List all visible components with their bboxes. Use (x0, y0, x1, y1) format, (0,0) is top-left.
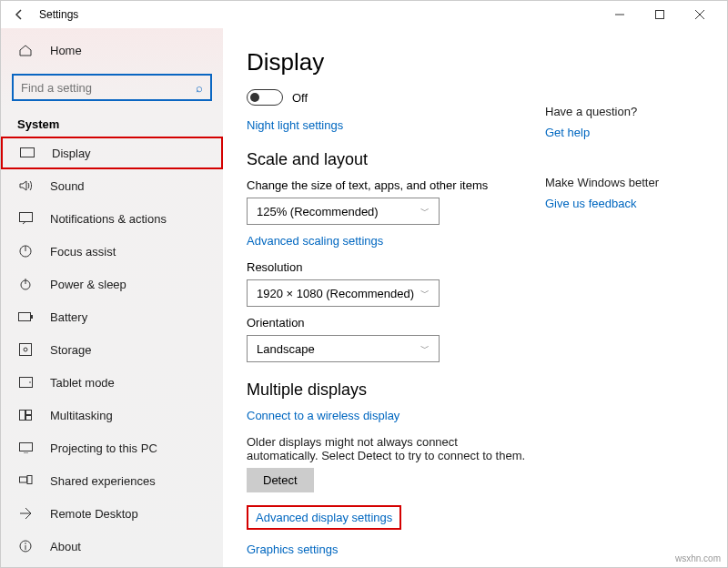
tablet-icon (17, 377, 34, 388)
shared-icon (17, 475, 34, 486)
watermark: wsxhn.com (675, 553, 721, 563)
svg-rect-3 (19, 213, 32, 222)
chevron-down-icon: ﹀ (420, 342, 430, 355)
remote-icon (17, 507, 34, 520)
older-displays-text: Older displays might not always connect … (247, 435, 527, 462)
resolution-value: 1920 × 1080 (Recommended) (257, 287, 414, 300)
sidebar-item-sound[interactable]: Sound (1, 169, 223, 202)
orientation-value: Landscape (257, 342, 315, 356)
svg-point-11 (29, 381, 31, 383)
sidebar-item-power[interactable]: Power & sleep (1, 268, 223, 300)
window-title: Settings (39, 8, 78, 21)
resolution-select[interactable]: 1920 × 1080 (Recommended) ﹀ (247, 279, 440, 307)
scale-heading: Scale and layout (247, 150, 527, 169)
svg-rect-15 (19, 443, 32, 451)
sidebar-item-label: Home (50, 44, 82, 57)
night-light-toggle[interactable]: Off (247, 89, 527, 106)
svg-rect-17 (27, 476, 32, 484)
night-light-settings-link[interactable]: Night light settings (247, 118, 343, 132)
wireless-display-link[interactable]: Connect to a wireless display (247, 409, 399, 422)
chevron-down-icon: ﹀ (420, 287, 430, 299)
maximize-button[interactable] (640, 1, 680, 28)
svg-rect-2 (21, 148, 35, 157)
projecting-icon (17, 442, 34, 453)
orientation-label: Orientation (247, 316, 527, 330)
orientation-select[interactable]: Landscape ﹀ (247, 335, 440, 362)
sidebar-item-about[interactable]: About (1, 530, 223, 563)
multitask-icon (17, 410, 34, 421)
about-icon (17, 540, 34, 553)
svg-rect-16 (19, 477, 26, 482)
sidebar-item-label: About (50, 540, 81, 553)
battery-icon (17, 312, 34, 321)
sidebar-item-label: Notifications & actions (50, 212, 167, 226)
graphics-settings-link[interactable]: Graphics settings (247, 543, 338, 556)
advanced-scaling-link[interactable]: Advanced scaling settings (247, 234, 383, 248)
notifications-icon (17, 212, 34, 225)
close-button[interactable] (680, 1, 720, 28)
sidebar-item-label: Battery (50, 310, 87, 324)
svg-rect-12 (20, 411, 25, 421)
display-icon (19, 147, 35, 158)
search-icon: ⌕ (196, 81, 203, 95)
home-icon (17, 43, 34, 57)
scale-select[interactable]: 125% (Recommended) ﹀ (247, 198, 440, 225)
sidebar-item-projecting[interactable]: Projecting to this PC (1, 431, 223, 464)
toggle-pill (247, 89, 283, 106)
sidebar-item-label: Shared experiences (50, 474, 156, 488)
toggle-state: Off (292, 91, 308, 105)
back-button[interactable] (8, 8, 30, 21)
power-icon (17, 278, 34, 290)
detect-button[interactable]: Detect (247, 468, 314, 492)
chevron-down-icon: ﹀ (420, 205, 430, 218)
sidebar-item-label: Projecting to this PC (50, 441, 157, 455)
page-title: Display (247, 48, 527, 76)
svg-rect-8 (20, 344, 32, 356)
titlebar: Settings (1, 1, 727, 28)
storage-icon (17, 343, 34, 356)
svg-rect-13 (26, 411, 32, 415)
sidebar-item-label: Display (52, 147, 91, 160)
search-input[interactable]: ⌕ (12, 74, 212, 101)
sidebar-item-battery[interactable]: Battery (1, 300, 223, 333)
svg-rect-6 (19, 313, 31, 321)
sidebar-item-label: Multitasking (50, 409, 113, 422)
advanced-display-settings-link[interactable]: Advanced display settings (256, 511, 392, 524)
sidebar-item-label: Sound (50, 179, 85, 193)
sidebar-item-home[interactable]: Home (1, 34, 223, 66)
sidebar-item-tablet[interactable]: Tablet mode (1, 366, 223, 399)
give-feedback-link[interactable]: Give us feedback (545, 197, 636, 210)
have-question-heading: Have a question? (545, 105, 709, 118)
sidebar-item-display[interactable]: Display (1, 137, 223, 169)
sidebar-item-label: Power & sleep (50, 278, 126, 291)
sound-icon (17, 179, 34, 192)
svg-rect-14 (26, 416, 32, 421)
search-field[interactable] (21, 81, 196, 95)
sidebar-item-label: Focus assist (50, 245, 116, 259)
multiple-displays-heading: Multiple displays (247, 380, 527, 400)
sidebar-item-storage[interactable]: Storage (1, 333, 223, 366)
make-better-heading: Make Windows better (545, 176, 709, 189)
sidebar-item-multitask[interactable]: Multitasking (1, 399, 223, 431)
svg-rect-7 (31, 315, 33, 319)
sidebar-item-label: Tablet mode (50, 376, 115, 390)
minimize-button[interactable] (600, 1, 640, 28)
scale-value: 125% (Recommended) (257, 205, 379, 218)
sidebar-item-remote[interactable]: Remote Desktop (1, 497, 223, 530)
focus-icon (17, 245, 34, 258)
sidebar-item-focus[interactable]: Focus assist (1, 235, 223, 268)
get-help-link[interactable]: Get help (545, 126, 590, 139)
svg-point-9 (24, 348, 27, 351)
sidebar-item-notifications[interactable]: Notifications & actions (1, 202, 223, 235)
sidebar-item-label: Remote Desktop (50, 507, 138, 521)
sidebar-item-shared[interactable]: Shared experiences (1, 464, 223, 497)
sidebar-item-label: Storage (50, 343, 92, 357)
svg-point-20 (25, 543, 26, 544)
scale-label: Change the size of text, apps, and other… (247, 178, 527, 192)
svg-rect-1 (656, 11, 664, 19)
sidebar-section: System (1, 110, 223, 137)
sidebar: Home ⌕ System Display Sound Notification… (1, 28, 223, 567)
resolution-label: Resolution (247, 260, 527, 274)
